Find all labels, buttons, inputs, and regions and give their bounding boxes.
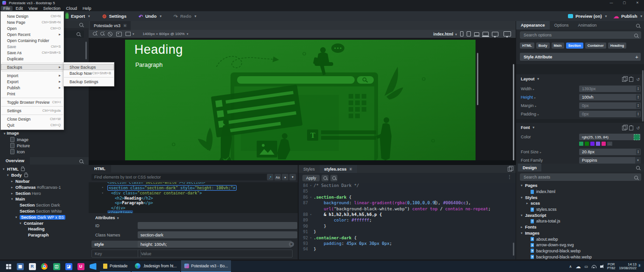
overview-node-paragraph[interactable]: Paragraph <box>0 232 89 238</box>
device-phone-button[interactable] <box>460 31 463 36</box>
scss-code-line-90[interactable]: 90 } <box>299 223 516 229</box>
find-previous-button[interactable]: ▴ <box>282 174 288 180</box>
scss-code-line-94[interactable]: 94} <box>299 246 516 252</box>
menu-file[interactable]: File <box>1 6 13 11</box>
padding-field[interactable]: 0px▲▼ <box>579 111 641 117</box>
file-menu-item-new-design[interactable]: New DesignCtrl+N <box>1 13 63 19</box>
disable-styles-icon[interactable] <box>108 32 112 36</box>
height-field[interactable]: 100vh▲▼ <box>579 94 641 100</box>
file-menu-item-save-as[interactable]: Save AsCtrl+Shift+S <box>1 50 63 56</box>
fold-icon[interactable]: ▾ <box>308 183 314 188</box>
tab-options[interactable]: Options <box>550 21 574 29</box>
html-code-editor[interactable]: <section class="section-white"></section… <box>89 182 298 213</box>
file-menu-item-open[interactable]: OpenCtrl+O <box>1 25 63 31</box>
device-monitor-button[interactable] <box>504 31 511 36</box>
class-names-field[interactable] <box>138 231 297 238</box>
scss-code-line-92[interactable]: 92▾.container-dark { <box>299 235 516 241</box>
publish-button[interactable]: ☁ Publish ▾ <box>613 14 642 19</box>
menu-view[interactable]: View <box>26 6 40 11</box>
styles-scrollbar[interactable] <box>513 243 514 256</box>
reset-icon[interactable]: ↺ <box>636 126 640 130</box>
font-section-header[interactable]: Font▾ <box>521 125 534 130</box>
paste-icon[interactable] <box>629 77 633 82</box>
regex-button[interactable]: .* <box>267 174 273 180</box>
device-tablet-button[interactable] <box>467 31 471 36</box>
overview-node-section-hero[interactable]: ▸Section Hero <box>0 190 89 196</box>
fold-icon[interactable]: ▾ <box>102 185 104 190</box>
library-item-picture[interactable]: Picture <box>0 143 89 149</box>
device-desktop-button[interactable] <box>492 32 498 36</box>
zoom-out-button[interactable]: − <box>100 32 104 36</box>
scss-code-line-wrap-4[interactable]: url("background-black-white.webp") cente… <box>299 206 516 212</box>
close-button[interactable]: ✕ <box>631 1 644 5</box>
file-menu-item-backups[interactable]: Backups▸ <box>1 64 63 70</box>
design-node-styles-scss[interactable]: styles.scss <box>516 207 644 213</box>
design-node-arrow-down-svg-svg[interactable]: arrow-down-svg.svg <box>516 242 644 248</box>
undo-button[interactable]: ↶ Undo ▾ <box>139 14 161 19</box>
backups-menu-item-show-backups[interactable]: Show Backups <box>63 64 114 70</box>
zoom-in-button[interactable]: + <box>93 32 97 36</box>
tree-toggle-icon[interactable]: ▸ <box>11 186 15 189</box>
tab-animation[interactable]: Animation <box>574 21 602 29</box>
taskbar-window-potestade-vs3-bo[interactable]: Potestade vs3 - Bo... <box>181 260 231 272</box>
layout-section-header[interactable]: Layout▾ <box>521 77 539 81</box>
search-assets-input[interactable] <box>520 173 641 181</box>
library-scrollbar[interactable] <box>85 42 87 59</box>
html-code-line-2[interactable]: ▾<div class="container container-dark"> <box>89 191 298 196</box>
html-code-line-1[interactable]: ▾<section class="section-dark" style="he… <box>89 185 298 191</box>
search-icon[interactable] <box>636 166 640 170</box>
search-icon[interactable] <box>79 159 83 163</box>
overview-node-offcanvas-offcanvas-1[interactable]: ▸Offcanvas #offcanvas-1 <box>0 184 89 190</box>
design-node-background-black-white-webp[interactable]: background-black-white.webp <box>516 254 644 259</box>
tray-expand-icon[interactable]: ∧ <box>569 265 572 269</box>
html-code-line-4[interactable]: <p>Paragraph</p> <box>89 200 298 206</box>
search-options-input[interactable] <box>520 31 641 39</box>
design-node-styles[interactable]: ▾Styles <box>516 194 644 200</box>
stepper-icon[interactable]: ▲▼ <box>636 94 640 100</box>
clock[interactable]: 14:1319/08/2022 <box>619 263 637 271</box>
design-node-javascript[interactable]: ▾JavaScript <box>516 212 644 218</box>
fold-icon[interactable]: ▾ <box>102 191 104 196</box>
kebab-menu-icon[interactable]: ⋮ <box>507 174 512 179</box>
tree-toggle-icon[interactable]: ▾ <box>11 197 15 201</box>
search-replace-button[interactable] <box>330 175 337 181</box>
paste-icon[interactable] <box>629 126 633 130</box>
design-node-images[interactable]: ▾Images <box>516 230 644 236</box>
attributes-header[interactable]: Attributes ▾ <box>89 214 298 220</box>
maximize-button[interactable]: ▢ <box>618 1 631 5</box>
stepper-icon[interactable]: ▲▼ <box>636 111 640 117</box>
file-menu-item-publish[interactable]: Publish▸ <box>1 85 63 91</box>
file-menu-item-settings[interactable]: SettingsCtrl+Virgula <box>1 107 63 114</box>
swatch-7d55e8[interactable] <box>596 142 600 146</box>
file-menu-item-quit[interactable]: QuitCtrl+Q <box>1 122 63 128</box>
tab-design[interactable]: Design <box>518 164 541 172</box>
breadcrumb-html[interactable]: HTML <box>520 43 534 49</box>
html-code-line-3[interactable]: <h2>Heading</h2> <box>89 196 298 201</box>
scss-code-line-91[interactable]: 91} <box>299 229 516 235</box>
breadcrumb-body[interactable]: Body <box>536 43 550 49</box>
tab-html[interactable]: HTML <box>89 165 111 172</box>
menu-help[interactable]: Help <box>80 6 94 11</box>
swatch-e0218a[interactable] <box>602 142 606 146</box>
tree-toggle-icon[interactable]: ▾ <box>521 184 525 187</box>
backups-menu-item-backup-now[interactable]: Backup NowCtrl+Shift+B <box>63 70 114 76</box>
remove-attribute-button[interactable]: ✕ <box>289 242 294 247</box>
design-node-about-webp[interactable]: about.webp <box>516 236 644 242</box>
fold-icon[interactable]: ▾ <box>308 194 314 200</box>
taskbar-green-app-icon[interactable]: ◫ <box>50 261 63 272</box>
taskbar-blue-app-icon[interactable]: ◪ <box>63 261 75 272</box>
close-tab-icon[interactable]: x <box>123 24 127 27</box>
file-menu-item-open-recent[interactable]: Open Recent▸ <box>1 31 63 37</box>
overview-node-html[interactable]: ▾HTML <box>0 166 89 172</box>
swatch-1f9d58[interactable] <box>579 142 583 146</box>
stepper-icon[interactable]: ▲▼ <box>636 149 640 155</box>
color-field[interactable]: rgb(25, 135, 84) <box>579 134 641 140</box>
more-swatches-button[interactable]: … <box>607 142 612 146</box>
copy-icon[interactable] <box>508 167 512 172</box>
id-field[interactable] <box>138 222 297 229</box>
tray-device-icon[interactable]: ▭ <box>584 265 588 269</box>
file-menu-item-toggle-browser-preview[interactable]: Toggle Browser PreviewCtrl+I <box>1 99 63 105</box>
canvas-size-label[interactable]: 1400px × 600px @ 100% ▾ <box>143 32 189 36</box>
overview-node-main[interactable]: ▾Main <box>0 196 89 202</box>
menu-edit[interactable]: Edit <box>14 6 26 11</box>
